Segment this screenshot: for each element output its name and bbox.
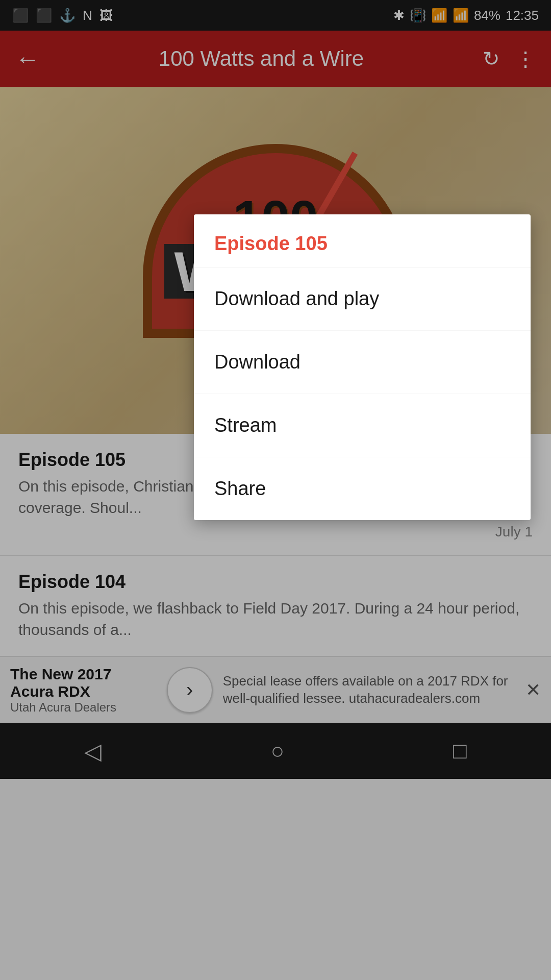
dropdown-stream[interactable]: Stream xyxy=(194,394,531,457)
dropdown-download[interactable]: Download xyxy=(194,331,531,394)
dropdown-share[interactable]: Share xyxy=(194,457,531,520)
dropdown-download-play[interactable]: Download and play xyxy=(194,267,531,331)
dropdown-menu: Episode 105 Download and play Download S… xyxy=(194,214,531,520)
dropdown-header: Episode 105 xyxy=(194,214,531,267)
